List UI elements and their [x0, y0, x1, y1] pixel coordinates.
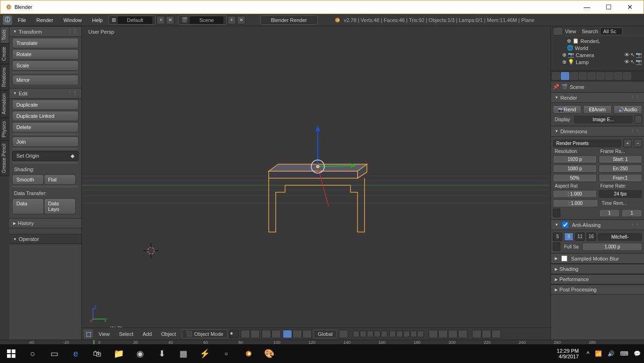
- layer-7[interactable]: [396, 331, 403, 337]
- layer-2[interactable]: [360, 331, 366, 337]
- cortana-button[interactable]: ○: [23, 346, 42, 361]
- lock-icon[interactable]: [635, 115, 642, 123]
- data-button[interactable]: Data: [12, 198, 44, 214]
- duplicate-linked-button[interactable]: Duplicate Linked: [12, 111, 79, 121]
- aspect-y[interactable]: : 1.000: [553, 199, 598, 207]
- volume-icon[interactable]: 🔊: [606, 350, 616, 357]
- prop-tab-world[interactable]: [587, 72, 596, 80]
- prop-tab-editor[interactable]: [552, 72, 560, 80]
- start-button[interactable]: [2, 346, 21, 361]
- scene-add-button[interactable]: +: [228, 16, 236, 24]
- layer-toggle-1[interactable]: [262, 330, 271, 338]
- notifications-icon[interactable]: 💬: [632, 350, 642, 357]
- prop-tab-data[interactable]: [623, 72, 631, 80]
- duplicate-button[interactable]: Duplicate: [12, 100, 79, 110]
- scene-selector[interactable]: 🎬 Scene: [178, 15, 226, 25]
- system-clock[interactable]: 12:29 PM 4/9/2017: [557, 348, 582, 359]
- store-icon[interactable]: 🛍: [88, 346, 107, 361]
- smooth-button[interactable]: Smooth: [12, 174, 44, 185]
- tab-physics[interactable]: Physics: [0, 118, 9, 140]
- app-icon-1[interactable]: ▦: [174, 346, 193, 361]
- aa-8[interactable]: 8: [564, 232, 573, 241]
- wifi-icon[interactable]: 📶: [594, 350, 603, 357]
- edge-icon[interactable]: e: [66, 346, 85, 361]
- close-button[interactable]: ✕: [624, 2, 636, 12]
- animation-button[interactable]: 🎞Anim: [583, 105, 612, 114]
- gpencil-icon-3[interactable]: [492, 330, 501, 338]
- cursor-icon[interactable]: ↖: [630, 52, 635, 58]
- layer-10[interactable]: [417, 331, 424, 337]
- delete-button[interactable]: Delete: [12, 122, 79, 132]
- resolution-y[interactable]: 1080 p: [553, 165, 597, 173]
- pivot-button[interactable]: [241, 330, 250, 338]
- menu-render[interactable]: Render: [32, 16, 58, 24]
- prop-tab-object[interactable]: [596, 72, 605, 80]
- layout-selector[interactable]: ⊞ Default: [108, 15, 156, 25]
- preset-add[interactable]: +: [623, 139, 632, 147]
- layer-8[interactable]: [403, 331, 410, 337]
- maximize-button[interactable]: ☐: [602, 2, 615, 12]
- history-panel-header[interactable]: History: [9, 218, 81, 228]
- rotate-button[interactable]: Rotate: [12, 49, 79, 59]
- app-icon-3[interactable]: ▫: [217, 346, 236, 361]
- full-sample-checkbox[interactable]: [553, 242, 560, 251]
- chrome-icon[interactable]: ◉: [131, 346, 150, 361]
- outliner-item-lamp[interactable]: ⊕💡Lamp 👁↖📷: [551, 58, 644, 65]
- render-icon-3[interactable]: [448, 330, 458, 338]
- layout-add-button[interactable]: +: [157, 16, 165, 24]
- frame-end[interactable]: En:250: [599, 165, 643, 173]
- manipulator-rotate[interactable]: [293, 330, 302, 338]
- 3dview-editor-icon[interactable]: ⬚: [84, 329, 93, 339]
- manipulator-scale[interactable]: [302, 330, 312, 338]
- menu-window[interactable]: Window: [59, 16, 86, 24]
- keyboard-icon[interactable]: ⌨: [619, 350, 630, 357]
- resolution-x[interactable]: 1920 p: [553, 155, 597, 163]
- outliner-view[interactable]: View: [565, 29, 576, 34]
- transform-gizmo[interactable]: [306, 124, 362, 209]
- dimensions-section-header[interactable]: Dimensions⋮⋮: [551, 126, 644, 137]
- tab-animation[interactable]: Animation: [0, 90, 9, 117]
- outliner-item-renderlayers[interactable]: ⊕📋RenderL: [551, 37, 644, 44]
- outliner-item-camera[interactable]: ⊕📷Camera 👁↖📷: [551, 51, 644, 58]
- scale-button[interactable]: Scale: [12, 60, 79, 71]
- operator-panel-header[interactable]: Operator: [9, 234, 81, 244]
- blender-taskbar-icon[interactable]: [238, 346, 257, 361]
- border-checkbox[interactable]: [553, 209, 560, 217]
- explorer-icon[interactable]: 📁: [109, 346, 128, 361]
- render-icon-1[interactable]: [429, 330, 438, 338]
- mode-dropdown[interactable]: ⬛ Object Mode: [182, 329, 228, 338]
- idm-icon[interactable]: ⬇: [152, 346, 171, 361]
- shading-mode-button[interactable]: ●: [229, 330, 239, 338]
- snap-button[interactable]: [339, 330, 348, 338]
- aa-5[interactable]: 5: [553, 232, 562, 241]
- info-editor-icon[interactable]: ⓘ: [3, 15, 12, 25]
- remap-old[interactable]: 1: [599, 209, 620, 217]
- gpencil-icon-1[interactable]: [472, 330, 481, 338]
- paint-icon[interactable]: 🎨: [260, 346, 279, 361]
- task-view-button[interactable]: ▭: [45, 346, 64, 361]
- layer-toggle-2[interactable]: [272, 330, 281, 338]
- resolution-percent[interactable]: 50%: [553, 174, 597, 182]
- vp-menu-view[interactable]: View: [95, 330, 114, 338]
- performance-header[interactable]: Performance: [551, 274, 644, 284]
- manipulator-translate[interactable]: [283, 330, 292, 338]
- flat-button[interactable]: Flat: [44, 174, 76, 185]
- vp-menu-object[interactable]: Object: [157, 330, 180, 338]
- render-engine-dropdown[interactable]: Blender Render: [260, 15, 318, 25]
- pin-icon[interactable]: 📌: [553, 84, 559, 90]
- frame-step[interactable]: Fram:1: [599, 174, 643, 182]
- 3d-viewport[interactable]: User Persp: [82, 26, 551, 340]
- audio-button[interactable]: 🔊Audio: [614, 105, 642, 114]
- prop-tab-render[interactable]: [561, 72, 569, 80]
- tray-chevron[interactable]: ^: [585, 350, 591, 357]
- translate-button[interactable]: Translate: [12, 38, 79, 48]
- vp-menu-add[interactable]: Add: [139, 330, 156, 338]
- layer-1[interactable]: [353, 331, 359, 337]
- layer-3[interactable]: [367, 331, 373, 337]
- aa-size[interactable]: 1.000 p: [582, 243, 642, 251]
- tab-create[interactable]: Create: [0, 44, 9, 64]
- data-layout-button[interactable]: Data Layo: [44, 198, 76, 214]
- frame-start[interactable]: Start: 1: [599, 155, 643, 163]
- preset-remove[interactable]: −: [634, 139, 642, 147]
- motion-blur-header[interactable]: Sampled Motion Blur: [551, 253, 644, 264]
